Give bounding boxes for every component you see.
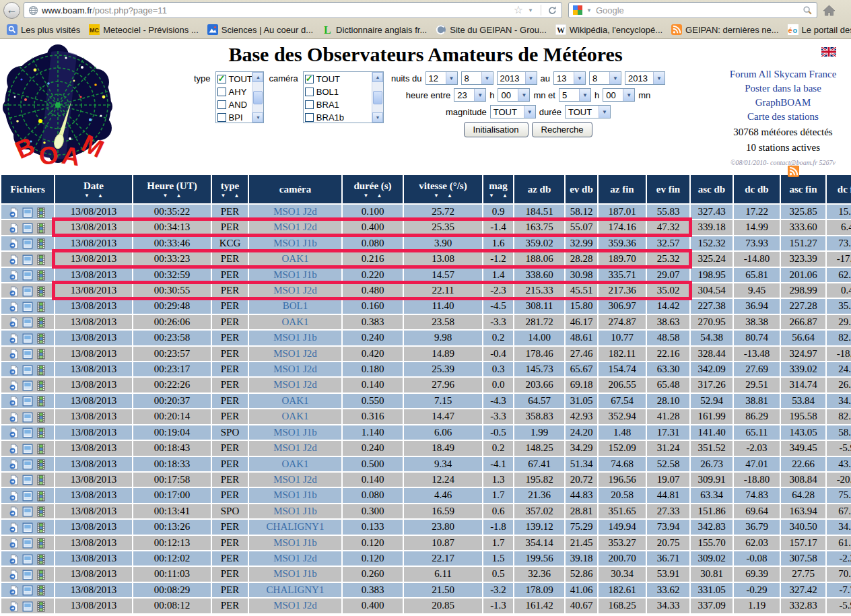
image-icon[interactable]: [22, 491, 33, 502]
chevron-down-icon[interactable]: ▼: [481, 72, 493, 84]
scroll-up-icon[interactable]: ▲: [372, 72, 383, 82]
camera-cell[interactable]: MSO1 J2d: [249, 205, 341, 219]
export-file-icon[interactable]: [9, 601, 20, 612]
type-option-AND[interactable]: AND: [217, 98, 251, 111]
export-file-icon[interactable]: [9, 522, 20, 533]
video-icon[interactable]: [36, 459, 46, 470]
sort-desc-icon[interactable]: ▼: [434, 193, 439, 199]
url-dropdown-icon[interactable]: ▼: [528, 7, 533, 13]
column-header-dur-e-s-[interactable]: durée (s)▼▲: [343, 175, 403, 203]
type-option-TOUT[interactable]: TOUT: [217, 73, 251, 85]
hour-to-select[interactable]: 5▼: [559, 88, 591, 102]
camera-cell[interactable]: MSO1 J2d: [249, 551, 341, 566]
bookmark-sciences[interactable]: Sciences | Au coeur d...: [204, 23, 318, 36]
camera-scrollbar[interactable]: ▲ ▼: [372, 72, 383, 123]
back-button[interactable]: ←: [3, 2, 20, 19]
video-icon[interactable]: [36, 270, 46, 281]
image-icon[interactable]: [22, 601, 33, 612]
home-icon[interactable]: [823, 5, 836, 16]
night-from-month-select[interactable]: 8▼: [461, 71, 493, 85]
unchecked-checkbox-icon[interactable]: [305, 100, 314, 109]
bookmark-dictionnaire[interactable]: LDictionnaire anglais fr...: [318, 23, 432, 36]
video-icon[interactable]: [36, 207, 46, 218]
bookmark-meteociel[interactable]: MCMeteociel - Prévisions ...: [86, 23, 204, 36]
checked-checkbox-icon[interactable]: [217, 75, 226, 83]
night-to-month-select[interactable]: 8▼: [589, 71, 621, 85]
bookmark-star-icon[interactable]: ☆: [514, 5, 523, 15]
sort-desc-icon[interactable]: ▼: [489, 193, 494, 199]
camera-cell[interactable]: CHALIGNY1: [249, 583, 341, 597]
video-icon[interactable]: [36, 585, 46, 596]
chevron-down-icon[interactable]: ▼: [525, 72, 537, 84]
rss-feed-icon[interactable]: [788, 166, 799, 177]
image-icon[interactable]: [22, 223, 33, 234]
export-file-icon[interactable]: [9, 538, 20, 549]
export-file-icon[interactable]: [9, 286, 20, 297]
unchecked-checkbox-icon[interactable]: [305, 88, 314, 96]
chevron-down-icon[interactable]: ▼: [599, 106, 610, 118]
video-icon[interactable]: [36, 286, 46, 297]
english-flag-icon[interactable]: [821, 47, 836, 57]
reload-icon[interactable]: [547, 5, 557, 15]
image-icon[interactable]: [22, 554, 33, 565]
sort-desc-icon[interactable]: ▼: [221, 193, 226, 199]
search-placeholder[interactable]: Google: [596, 5, 624, 15]
camera-cell[interactable]: MSO1 J2d: [249, 362, 341, 376]
image-icon[interactable]: [22, 270, 33, 281]
video-icon[interactable]: [36, 254, 46, 265]
url-bar[interactable]: www.boam.fr/post.php?page=11 ☆ ▼: [24, 2, 562, 18]
image-icon[interactable]: [22, 349, 33, 360]
scroll-down-icon[interactable]: ▼: [252, 112, 263, 123]
camera-cell[interactable]: MSO1 J1b: [249, 488, 341, 502]
chevron-down-icon[interactable]: ▼: [518, 89, 529, 101]
image-icon[interactable]: [22, 522, 33, 533]
image-icon[interactable]: [22, 380, 33, 391]
unchecked-checkbox-icon[interactable]: [217, 88, 226, 96]
image-icon[interactable]: [22, 412, 33, 423]
sort-asc-icon[interactable]: ▲: [447, 193, 452, 199]
scroll-thumb[interactable]: [253, 91, 263, 104]
camera-option-TOUT[interactable]: TOUT: [305, 73, 370, 85]
image-icon[interactable]: [22, 585, 33, 596]
bookmark-territoires[interactable]: éoLe portail des territoir...: [784, 23, 851, 36]
night-to-year-select[interactable]: 2013▼: [625, 71, 665, 85]
sidebar-link-1[interactable]: Poster dans la base: [719, 81, 847, 96]
export-file-icon[interactable]: [9, 380, 20, 391]
export-file-icon[interactable]: [9, 223, 20, 234]
export-file-icon[interactable]: [9, 302, 20, 312]
video-icon[interactable]: [36, 238, 46, 249]
camera-cell[interactable]: MSO1 J2d: [249, 347, 341, 361]
sort-desc-icon[interactable]: ▼: [163, 193, 168, 199]
export-file-icon[interactable]: [9, 333, 20, 344]
type-option-BPI[interactable]: BPI: [217, 111, 251, 123]
night-to-day-select[interactable]: 13▼: [553, 71, 586, 85]
camera-cell[interactable]: MSO1 J2d: [249, 220, 341, 234]
sort-asc-icon[interactable]: ▲: [377, 193, 382, 199]
camera-cell[interactable]: MSO1 J2d: [249, 598, 341, 613]
chevron-down-icon[interactable]: ▼: [574, 72, 585, 84]
camera-cell[interactable]: MSO1 J1b: [249, 536, 341, 550]
sort-asc-icon[interactable]: ▲: [234, 193, 240, 199]
camera-cell[interactable]: MSO1 J2d: [249, 473, 341, 487]
image-icon[interactable]: [22, 286, 33, 297]
camera-cell[interactable]: MSO1 J1b: [249, 236, 341, 250]
camera-cell[interactable]: OAK1: [249, 409, 341, 423]
camera-cell[interactable]: MSO1 J1b: [249, 567, 341, 581]
minute-to-select[interactable]: 00▼: [603, 88, 635, 102]
export-file-icon[interactable]: [9, 365, 20, 376]
chevron-down-icon[interactable]: ▼: [524, 106, 535, 118]
image-icon[interactable]: [22, 538, 33, 549]
video-icon[interactable]: [36, 302, 46, 312]
type-scrollbar[interactable]: ▲ ▼: [252, 72, 263, 123]
video-icon[interactable]: [36, 427, 46, 438]
image-icon[interactable]: [22, 506, 33, 517]
video-icon[interactable]: [36, 475, 46, 485]
night-from-day-select[interactable]: 12▼: [426, 71, 458, 85]
night-from-year-select[interactable]: 2013▼: [497, 71, 537, 85]
search-engine-dropdown-icon[interactable]: ▼: [586, 7, 592, 13]
video-icon[interactable]: [36, 365, 46, 376]
unchecked-checkbox-icon[interactable]: [217, 113, 226, 122]
image-icon[interactable]: [22, 302, 33, 312]
image-icon[interactable]: [22, 254, 33, 265]
scroll-up-icon[interactable]: ▲: [252, 72, 263, 82]
